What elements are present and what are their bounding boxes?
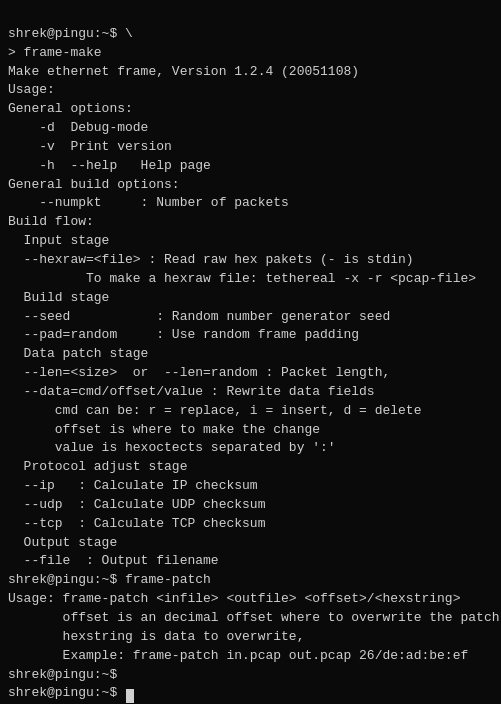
terminal-line: Usage: frame-patch <infile> <outfile> <o… bbox=[8, 590, 493, 609]
terminal-line: shrek@pingu:~$ frame-patch bbox=[8, 571, 493, 590]
terminal-line: --data=cmd/offset/value : Rewrite data f… bbox=[8, 383, 493, 402]
terminal-line: value is hexoctects separated by ':' bbox=[8, 439, 493, 458]
terminal-line: General options: bbox=[8, 100, 493, 119]
terminal-line: -v Print version bbox=[8, 138, 493, 157]
terminal-line: -d Debug-mode bbox=[8, 119, 493, 138]
terminal-line: --tcp : Calculate TCP checksum bbox=[8, 515, 493, 534]
terminal-line: offset is where to make the change bbox=[8, 421, 493, 440]
terminal-line: --len=<size> or --len=random : Packet le… bbox=[8, 364, 493, 383]
terminal-line: > frame-make bbox=[8, 44, 493, 63]
terminal-line: Output stage bbox=[8, 534, 493, 553]
terminal-line: Build flow: bbox=[8, 213, 493, 232]
terminal-line: Example: frame-patch in.pcap out.pcap 26… bbox=[8, 647, 493, 666]
terminal-line: Data patch stage bbox=[8, 345, 493, 364]
terminal-line: --hexraw=<file> : Read raw hex pakets (-… bbox=[8, 251, 493, 270]
terminal-line: --seed : Random number generator seed bbox=[8, 308, 493, 327]
terminal-line: --ip : Calculate IP checksum bbox=[8, 477, 493, 496]
terminal-line: --pad=random : Use random frame padding bbox=[8, 326, 493, 345]
terminal-line: shrek@pingu:~$ bbox=[8, 666, 493, 685]
terminal-cursor bbox=[126, 689, 134, 703]
terminal-line: --file : Output filename bbox=[8, 552, 493, 571]
terminal-line: To make a hexraw file: tethereal -x -r <… bbox=[8, 270, 493, 289]
terminal-line: Input stage bbox=[8, 232, 493, 251]
terminal-line: cmd can be: r = replace, i = insert, d =… bbox=[8, 402, 493, 421]
terminal-line: Make ethernet frame, Version 1.2.4 (2005… bbox=[8, 63, 493, 82]
terminal-line: --udp : Calculate UDP checksum bbox=[8, 496, 493, 515]
terminal-line: hexstring is data to overwrite, bbox=[8, 628, 493, 647]
terminal-line: --numpkt : Number of packets bbox=[8, 194, 493, 213]
terminal-line: -h --help Help page bbox=[8, 157, 493, 176]
terminal-window[interactable]: shrek@pingu:~$ \> frame-makeMake etherne… bbox=[0, 0, 501, 704]
terminal-line: offset is an decimal offset where to ove… bbox=[8, 609, 493, 628]
terminal-line: Usage: bbox=[8, 81, 493, 100]
terminal-line: shrek@pingu:~$ \ bbox=[8, 25, 493, 44]
terminal-line: Build stage bbox=[8, 289, 493, 308]
terminal-line: General build options: bbox=[8, 176, 493, 195]
terminal-line: Protocol adjust stage bbox=[8, 458, 493, 477]
terminal-line: shrek@pingu:~$ bbox=[8, 684, 493, 703]
